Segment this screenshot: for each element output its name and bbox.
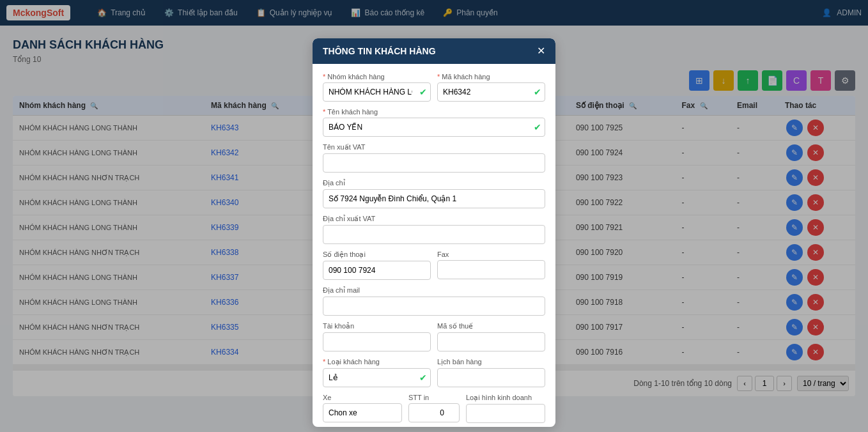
phone-input[interactable] <box>323 261 431 280</box>
form-row-name: * Tên khách hàng ✔ <box>323 108 545 137</box>
email-input[interactable] <box>323 297 545 316</box>
form-group-vat-name: Tên xuất VAT <box>323 143 545 173</box>
form-group-business-type: Loại hình kinh doanh <box>466 394 545 423</box>
type-check-icon: ✔ <box>419 373 427 383</box>
customer-type-label: * Loại khách hàng <box>323 358 431 366</box>
code-input-wrapper: ✔ <box>437 82 545 102</box>
phone-label: Số điện thoại <box>323 251 431 259</box>
form-row-address: Địa chỉ <box>323 179 545 208</box>
sales-schedule-input[interactable] <box>437 368 545 387</box>
address-input[interactable] <box>323 189 545 208</box>
group-check-icon: ✔ <box>419 87 427 97</box>
tax-input[interactable] <box>437 332 545 351</box>
name-check-icon: ✔ <box>534 122 541 132</box>
form-row-group-code: * Nhóm khách hàng ✔ * Mã khách hàng ✔ <box>323 73 545 102</box>
form-group-phone: Số điện thoại <box>323 251 431 280</box>
form-group-code: * Mã khách hàng ✔ <box>437 73 545 102</box>
tax-label: Mã số thuế <box>437 322 545 330</box>
form-group-email: Địa chỉ mail <box>323 286 545 316</box>
vat-address-label: Địa chỉ xuất VAT <box>323 215 545 223</box>
code-input[interactable] <box>437 82 545 102</box>
form-group-car: Xe Chon xe <box>323 394 402 423</box>
fax-input[interactable] <box>437 260 545 279</box>
modal-header: THÔNG TIN KHÁCH HÀNG ✕ <box>313 38 555 64</box>
form-group-customer-type: * Loại khách hàng Lẻ Sỉ ✔ <box>323 358 431 387</box>
form-group-account: Tài khoản <box>323 322 431 351</box>
form-group-name: * Tên khách hàng ✔ <box>323 108 545 137</box>
form-row-vat-name: Tên xuất VAT <box>323 143 545 173</box>
car-label: Xe <box>323 394 402 401</box>
code-label: * Mã khách hàng <box>437 73 545 81</box>
code-check-icon: ✔ <box>534 87 541 97</box>
form-row-phone-fax: Số điện thoại Fax <box>323 251 545 280</box>
modal-close-btn[interactable]: ✕ <box>537 46 545 56</box>
form-group-tax: Mã số thuế <box>437 322 545 351</box>
email-label: Địa chỉ mail <box>323 286 545 295</box>
form-group-address: Địa chỉ <box>323 179 545 208</box>
stt-input[interactable] <box>408 403 460 422</box>
customer-type-wrapper: Lẻ Sỉ ✔ <box>323 368 431 387</box>
customer-type-select[interactable]: Lẻ Sỉ <box>323 368 431 387</box>
name-input-wrapper: ✔ <box>323 118 545 137</box>
group-label: * Nhóm khách hàng <box>323 73 431 81</box>
vat-address-input[interactable] <box>323 225 545 244</box>
modal-overlay: THÔNG TIN KHÁCH HÀNG ✕ * Nhóm khách hàng… <box>0 0 868 432</box>
form-row-account-tax: Tài khoản Mã số thuế <box>323 322 545 351</box>
sales-schedule-label: Lịch bán hàng <box>437 358 545 366</box>
vat-name-input[interactable] <box>323 153 545 173</box>
form-row-vat-address: Địa chỉ xuất VAT <box>323 215 545 244</box>
modal-body: * Nhóm khách hàng ✔ * Mã khách hàng ✔ <box>313 64 555 427</box>
account-label: Tài khoản <box>323 322 431 330</box>
form-group-sales-schedule: Lịch bán hàng <box>437 358 545 387</box>
vat-name-label: Tên xuất VAT <box>323 143 545 151</box>
form-group-fax: Fax <box>437 251 545 280</box>
business-type-input[interactable] <box>466 404 545 423</box>
name-input[interactable] <box>323 118 545 137</box>
form-group-stt: STT in <box>408 394 460 423</box>
account-input[interactable] <box>323 332 431 351</box>
modal-title: THÔNG TIN KHÁCH HÀNG <box>323 46 436 56</box>
stt-label: STT in <box>408 394 460 401</box>
name-label: * Tên khách hàng <box>323 108 545 116</box>
form-row-email: Địa chỉ mail <box>323 286 545 316</box>
form-group-group: * Nhóm khách hàng ✔ <box>323 73 431 102</box>
form-group-vat-address: Địa chỉ xuất VAT <box>323 215 545 244</box>
customer-type-select-wrapper: Lẻ Sỉ ✔ <box>323 368 431 387</box>
form-row-type-schedule: * Loại khách hàng Lẻ Sỉ ✔ Lịch bán hà <box>323 358 545 387</box>
business-type-label: Loại hình kinh doanh <box>466 394 545 402</box>
fax-label: Fax <box>437 251 545 258</box>
form-row-car-stt-biz: Xe Chon xe STT in Loại hình kinh doanh <box>323 394 545 423</box>
group-input-wrapper: ✔ <box>323 82 431 102</box>
group-input[interactable] <box>323 82 431 102</box>
customer-info-modal: THÔNG TIN KHÁCH HÀNG ✕ * Nhóm khách hàng… <box>313 38 555 427</box>
address-label: Địa chỉ <box>323 179 545 187</box>
car-select[interactable]: Chon xe <box>323 403 402 422</box>
